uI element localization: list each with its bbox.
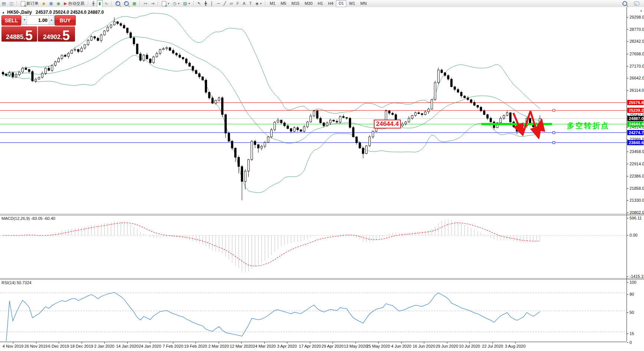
search-button[interactable] [621, 0, 629, 7]
macd-axis: 596.110.00-1415.19 [627, 214, 644, 278]
tab-timeframe-M30[interactable]: M30 [302, 0, 315, 7]
date-label: 25 May 2020 [366, 344, 390, 348]
text-icon[interactable]: A [241, 0, 247, 7]
date-label: 6 Dec 2019 [48, 344, 69, 348]
tab-timeframe-M15[interactable]: M15 [289, 0, 302, 7]
tile-windows-icon[interactable]: ▦ [131, 0, 138, 7]
dropdown-arrow-icon[interactable]: ▾ [189, 2, 190, 5]
tab-timeframe-H1[interactable]: H1 [315, 0, 326, 7]
icon-glyph: ╱ [223, 1, 226, 6]
candle-body [156, 53, 158, 57]
date-tick-mark [241, 342, 242, 344]
buy-button[interactable]: BUY [55, 15, 76, 26]
crosshair-icon[interactable]: ╋ [203, 0, 209, 7]
new-order-button[interactable]: 新订单 [19, 0, 40, 7]
data-window-icon[interactable]: ◫ [7, 0, 15, 7]
zoom-out-icon[interactable]: − [122, 0, 131, 7]
candle-body [441, 70, 442, 72]
text-label-icon[interactable]: T [247, 0, 254, 7]
pane-separator[interactable] [0, 278, 644, 279]
candlestick-chart-icon[interactable]: ▮ [97, 0, 103, 7]
candle-body [2, 72, 4, 74]
macd-pane[interactable] [0, 215, 627, 278]
tick-mark [627, 200, 628, 201]
price-tag-24887.0: 24887.0 [627, 116, 644, 121]
tick-label: 28242.0 [630, 39, 644, 43]
date-axis[interactable]: 4 Nov 201926 Nov 20196 Dec 201918 Dec 20… [0, 342, 627, 351]
tab-timeframe-H4[interactable]: H4 [326, 0, 336, 7]
collapse-panel-icon[interactable]: ▲ [2, 11, 5, 14]
candle-body [506, 113, 508, 115]
tab-timeframe-D1[interactable]: D1 [336, 0, 346, 7]
pane-separator[interactable] [0, 214, 644, 214]
rsi-pane[interactable] [0, 279, 627, 341]
candle-body [313, 111, 315, 116]
trading-platform-window: ▤◫新订单◆▣◉▶自动交易╫▮∿+−▦↦⇥▾◷▾▧▾↖╋│─╱▱FAT◈▾M1M… [0, 0, 644, 351]
date-tick-mark [127, 342, 128, 344]
candle-body [454, 87, 456, 90]
buy-price-display[interactable]: 24902 . 5 [38, 26, 75, 42]
tick-label: 22914.0 [630, 162, 644, 166]
candle-body [238, 157, 240, 167]
candle-body [267, 137, 269, 142]
line-chart-icon[interactable]: ∿ [103, 0, 110, 7]
bull-bear-turning-point-note[interactable]: 多空转折点 [567, 121, 609, 131]
candle-body [81, 48, 82, 52]
date-tick-mark [82, 342, 82, 344]
candle-body [254, 141, 256, 144]
volume-decrease-button[interactable]: ▼ [22, 16, 27, 25]
price-annotation-tag[interactable]: 24644.4 [374, 120, 401, 129]
candle-body [51, 65, 53, 71]
tab-timeframe-M5[interactable]: M5 [278, 0, 289, 7]
market-watch-icon[interactable]: ▤ [0, 0, 7, 7]
tick-label: -1415.19 [630, 274, 644, 279]
sell-price-display[interactable]: 24885 . 5 [1, 26, 37, 42]
hline-icon[interactable]: ─ [215, 0, 222, 7]
autotrading-button[interactable]: ▶自动交易 [62, 0, 86, 7]
channel-icon[interactable]: ▱ [228, 0, 235, 7]
candle-body [117, 22, 118, 23]
chart-shift-icon[interactable]: ⇥ [149, 0, 156, 7]
dropdown-arrow-icon[interactable]: ▾ [260, 2, 262, 5]
candle-body [336, 121, 338, 122]
dropdown-arrow-icon[interactable]: ▾ [178, 2, 179, 5]
experts-icon[interactable]: ▣ [47, 0, 55, 7]
fibonacci-icon[interactable]: F [235, 0, 241, 7]
auto-scroll-icon[interactable]: ↦ [142, 0, 149, 7]
candle-body [323, 123, 325, 126]
arrows-icon[interactable]: ◈▾ [254, 0, 263, 7]
candle-body [225, 114, 226, 133]
candle-body [55, 62, 56, 65]
templates-button[interactable]: ▧▾ [181, 0, 192, 7]
candle-body [451, 79, 452, 87]
candle-body [127, 28, 128, 33]
date-label: 12 Mar 2020 [230, 344, 253, 348]
toolbar: ▤◫新订单◆▣◉▶自动交易╫▮∿+−▦↦⇥▾◷▾▧▾↖╋│─╱▱FAT◈▾M1M… [0, 0, 644, 7]
main-price-pane[interactable] [0, 7, 627, 214]
indicators-button[interactable]: ▾ [160, 0, 171, 7]
candle-body [149, 59, 151, 63]
chat-button[interactable] [632, 0, 641, 7]
periods-button[interactable]: ◷▾ [171, 0, 182, 7]
chart-area[interactable]: ▲ HK50-,Daily 24537.0 25024.0 24524.0 24… [0, 7, 644, 351]
dropdown-arrow-icon[interactable]: ▾ [168, 2, 169, 5]
vline-icon[interactable]: │ [209, 0, 215, 7]
candle-body [467, 98, 469, 100]
bar-chart-icon[interactable]: ╫ [90, 0, 97, 7]
tab-timeframe-W1[interactable]: W1 [346, 0, 358, 7]
signals-icon[interactable]: ◉ [55, 0, 62, 7]
sell-button[interactable]: SELL [1, 15, 21, 26]
date-label: 10 Jul 2020 [459, 344, 480, 348]
trendline-icon[interactable]: ╱ [222, 0, 228, 7]
candle-body [516, 127, 518, 131]
tab-timeframe-MN[interactable]: MN [358, 0, 369, 7]
date-tick-mark [378, 342, 379, 344]
search-icon [622, 1, 627, 6]
cursor-icon[interactable]: ↖ [196, 0, 203, 7]
tab-timeframe-M1[interactable]: M1 [267, 0, 278, 7]
metaeditor-icon[interactable]: ◆ [40, 0, 47, 7]
zoom-in-icon[interactable]: + [114, 0, 122, 7]
volume-increase-button[interactable]: ▲ [49, 16, 54, 25]
tick-mark [627, 115, 628, 116]
volume-input[interactable] [27, 16, 49, 25]
